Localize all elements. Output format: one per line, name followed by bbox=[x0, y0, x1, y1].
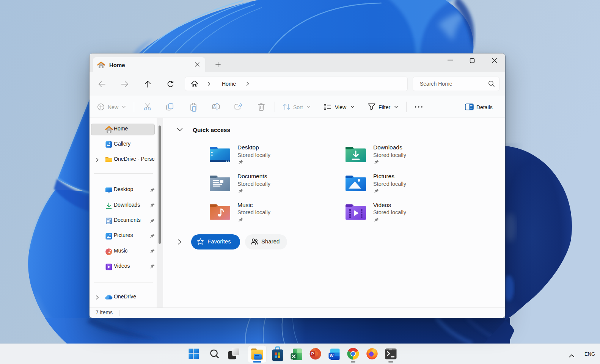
svg-text:P: P bbox=[311, 351, 314, 356]
svg-text:ENG: ENG bbox=[584, 351, 595, 357]
svg-text:W: W bbox=[330, 353, 333, 358]
